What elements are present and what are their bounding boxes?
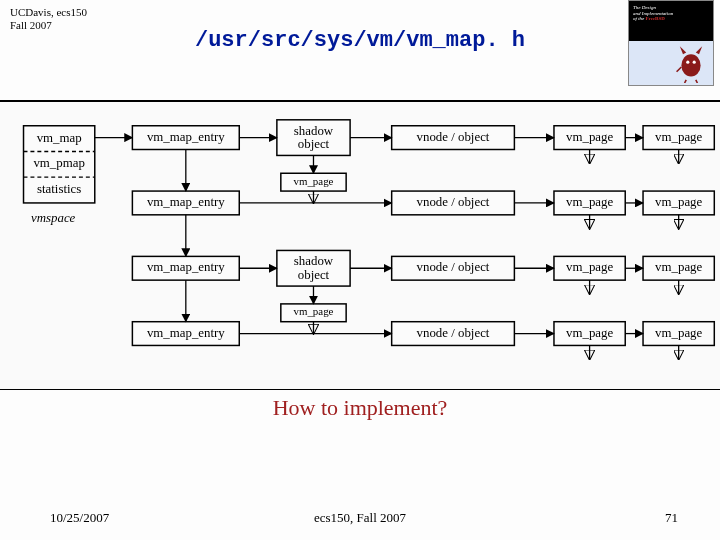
svg-point-1 [686, 61, 689, 64]
footer-page: 71 [665, 510, 678, 526]
svg-text:vm_map_entry: vm_map_entry [147, 260, 225, 274]
box-vm-pmap: vm_pmap [33, 156, 84, 170]
svg-text:vnode / object: vnode / object [417, 326, 490, 340]
svg-text:vm_page: vm_page [566, 260, 613, 274]
svg-text:vm_page: vm_page [655, 195, 702, 209]
footer-mid: ecs150, Fall 2007 [0, 510, 720, 526]
book-cover: The Design and Implementation of the Fre… [628, 0, 714, 86]
slide-title: /usr/src/sys/vm/vm_map. h [0, 28, 720, 53]
svg-text:vm_page: vm_page [294, 175, 334, 187]
book-title: The Design and Implementation of the Fre… [633, 5, 709, 22]
svg-text:vnode / object: vnode / object [417, 195, 490, 209]
svg-text:object: object [298, 137, 330, 151]
svg-text:vnode / object: vnode / object [417, 260, 490, 274]
subtitle: How to implement? [0, 395, 720, 421]
svg-text:vnode / object: vnode / object [417, 130, 490, 144]
col-vmpage-right: vm_page vm_page vm_page vm_page vm_page … [554, 126, 714, 346]
svg-text:object: object [298, 268, 330, 282]
box-statistics: statistics [37, 182, 81, 196]
h-arrows [95, 138, 643, 334]
col-vnode: vnode / object vnode / object vnode / ob… [392, 126, 515, 346]
svg-text:vm_map_entry: vm_map_entry [147, 130, 225, 144]
svg-point-0 [681, 54, 700, 76]
svg-text:vm_page: vm_page [566, 326, 613, 340]
svg-text:vm_page: vm_page [655, 326, 702, 340]
svg-text:vm_page: vm_page [294, 305, 334, 317]
course-code: UCDavis, ecs150 [10, 6, 87, 19]
svg-text:shadow: shadow [294, 124, 334, 138]
svg-point-2 [693, 61, 696, 64]
svg-text:vm_page: vm_page [655, 260, 702, 274]
vmspace-caption: vmspace [31, 211, 76, 225]
svg-text:vm_page: vm_page [655, 130, 702, 144]
vm-diagram: vm_map vm_pmap statistics vmspace vm_map… [0, 100, 720, 390]
bsd-daemon-icon [675, 43, 707, 83]
svg-text:vm_page: vm_page [566, 130, 613, 144]
box-vm-map: vm_map [37, 131, 82, 145]
svg-text:vm_page: vm_page [566, 195, 613, 209]
svg-text:vm_map_entry: vm_map_entry [147, 195, 225, 209]
svg-text:shadow: shadow [294, 254, 334, 268]
svg-text:vm_map_entry: vm_map_entry [147, 326, 225, 340]
